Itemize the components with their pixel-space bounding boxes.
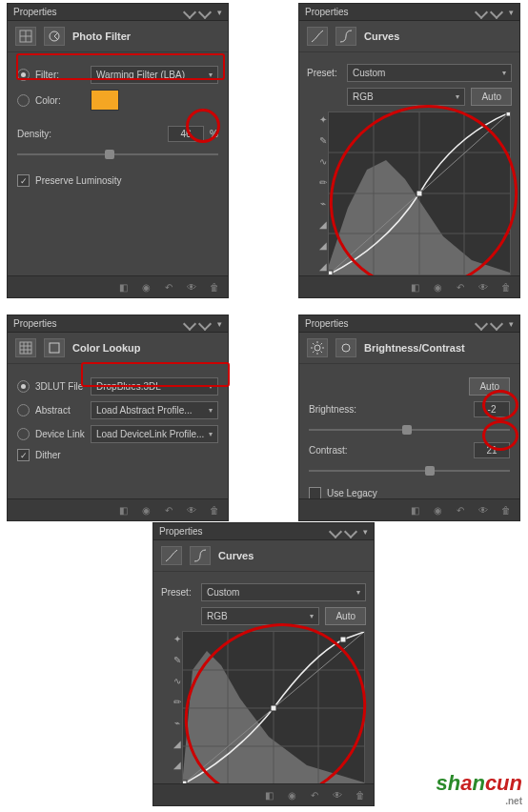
panel-curves-bottom: Properties▾ Curves Preset:Custom▾ RGB▾Au… [152, 522, 375, 806]
panel-brightness-contrast: Properties▾ Brightness/Contrast Auto Bri… [298, 315, 520, 521]
curves-graph[interactable] [182, 631, 365, 785]
dither-checkbox[interactable] [17, 449, 30, 461]
brightness-value[interactable]: -2 [474, 401, 510, 417]
clip-icon[interactable]: ◧ [407, 280, 422, 294]
filter-select[interactable]: Warming Filter (LBA)▾ [91, 66, 218, 84]
reset-icon[interactable]: ↶ [161, 280, 176, 294]
svg-point-27 [342, 344, 350, 352]
svg-point-18 [315, 345, 320, 351]
brightness-icon [335, 338, 356, 357]
svg-rect-9 [329, 271, 333, 274]
photo-filter-icon [44, 27, 65, 46]
svg-rect-37 [340, 637, 346, 642]
preset-select[interactable]: Custom▾ [347, 64, 512, 82]
panel-header[interactable]: Properties▾ [8, 4, 228, 21]
color-radio[interactable] [17, 94, 30, 107]
contrast-slider[interactable] [309, 464, 510, 477]
density-value[interactable]: 46 [168, 126, 204, 142]
grid-icon [15, 338, 36, 357]
abstract-select[interactable]: Load Abstract Profile...▾ [91, 401, 218, 419]
svg-rect-36 [271, 705, 276, 711]
collapse-icon[interactable] [198, 5, 212, 18]
adjustment-icon [161, 546, 182, 565]
menu-icon[interactable]: ▾ [509, 8, 514, 17]
collapse-icon[interactable] [475, 5, 488, 18]
auto-button[interactable]: Auto [325, 607, 366, 625]
curves-icon [335, 27, 356, 46]
panel-color-lookup: Properties▾ Color Lookup 3DLUT FileDropB… [7, 315, 229, 521]
collapse-icon[interactable] [183, 5, 196, 18]
adjustment-icon [307, 27, 328, 46]
preserve-checkbox[interactable] [17, 174, 30, 187]
menu-icon[interactable]: ▾ [217, 8, 222, 17]
color-label: Color: [35, 95, 85, 106]
percent-label: % [210, 129, 218, 139]
svg-rect-11 [506, 112, 510, 116]
contrast-value[interactable]: 21 [474, 442, 510, 458]
panel-photo-filter: Properties▾ Photo Filter Filter:Warming … [7, 3, 229, 298]
curves-graph[interactable] [328, 112, 511, 275]
trash-icon[interactable]: 🗑 [498, 280, 514, 294]
svg-rect-10 [416, 191, 422, 196]
trash-icon[interactable]: 🗑 [207, 280, 222, 294]
panel-header[interactable]: Properties▾ [153, 523, 374, 540]
filter-radio[interactable] [17, 69, 30, 81]
preset-select[interactable]: Custom▾ [201, 583, 366, 601]
adjustment-icon [15, 27, 36, 46]
lookup-icon [44, 338, 65, 357]
abstract-radio[interactable] [17, 404, 30, 416]
device-radio[interactable] [17, 428, 30, 440]
panel-title: Photo Filter [72, 30, 131, 42]
panel-curves-top: Properties▾ Curves Preset:Custom▾ RGB▾Au… [298, 3, 520, 298]
filter-label: Filter: [35, 70, 85, 80]
sun-icon [307, 338, 328, 357]
auto-button[interactable]: Auto [469, 377, 510, 396]
density-label: Density: [17, 129, 67, 139]
device-select[interactable]: Load DeviceLink Profile...▾ [91, 425, 218, 443]
svg-line-25 [313, 352, 315, 354]
visibility-icon[interactable]: 👁 [184, 280, 199, 294]
lut-select[interactable]: DropBlues.3DL▾ [91, 377, 218, 396]
panel-header[interactable]: Properties▾ [299, 4, 519, 21]
svg-rect-17 [50, 343, 59, 353]
svg-line-26 [321, 343, 323, 345]
panel-header[interactable]: Properties▾ [299, 315, 519, 333]
channel-select[interactable]: RGB▾ [347, 88, 465, 106]
lut-radio[interactable] [17, 380, 30, 393]
watermark: shancun.net [436, 771, 522, 806]
svg-line-24 [321, 352, 323, 354]
channel-select[interactable]: RGB▾ [201, 607, 319, 625]
svg-rect-12 [20, 342, 31, 354]
preserve-label: Preserve Luminosity [35, 175, 122, 186]
brightness-slider[interactable] [309, 423, 510, 436]
clip-icon[interactable]: ◧ [115, 280, 131, 294]
density-slider[interactable] [17, 148, 218, 161]
svg-line-23 [313, 343, 315, 345]
auto-button[interactable]: Auto [471, 88, 512, 106]
view-prev-icon[interactable]: ◉ [138, 280, 153, 294]
panel-head-label: Properties [13, 7, 57, 17]
curves-icon [190, 546, 211, 565]
color-swatch[interactable] [91, 90, 119, 111]
panel-header[interactable]: Properties▾ [8, 315, 228, 333]
